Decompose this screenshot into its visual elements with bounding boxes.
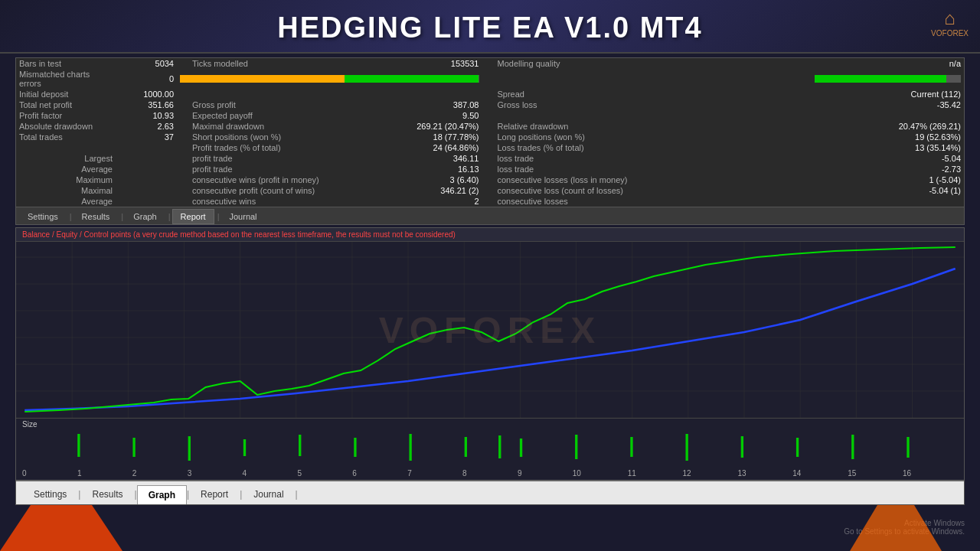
svg-rect-27: [299, 435, 301, 456]
page-title: HEDGING LITE EA V1.0 MT4: [277, 11, 702, 44]
table-row: Absolute drawdown 2.63 Maximal drawdown …: [16, 121, 964, 132]
x-label-12: 12: [683, 469, 738, 478]
table-row: Maximal consecutive profit (count of win…: [16, 185, 964, 196]
tab-journal[interactable]: Journal: [220, 209, 265, 224]
x-label-9: 9: [518, 469, 573, 478]
svg-rect-33: [575, 435, 577, 459]
x-label-15: 15: [848, 469, 903, 478]
svg-rect-34: [630, 437, 632, 457]
x-label-13: 13: [737, 469, 792, 478]
table-row: Average profit trade 16.13 loss trade -2…: [16, 164, 964, 174]
table-row: Total net profit 351.66 Gross profit 387…: [16, 99, 964, 110]
graph-svg: [16, 242, 964, 418]
balance-line: [24, 269, 955, 410]
x-label-3: 3: [188, 469, 243, 478]
svg-rect-29: [409, 434, 411, 461]
tab-settings[interactable]: Settings: [19, 209, 67, 224]
main-content: Bars in test 5034 Ticks modelled 153531 …: [0, 54, 980, 511]
x-axis: 0 1 2 3 4 5 6 7 8 9 10 11 12 13 14 15 16: [16, 469, 964, 480]
progress-row: Mismatched charts errors 0: [16, 69, 964, 89]
ticks-progress: [180, 75, 479, 83]
stats-table: Bars in test 5034 Ticks modelled 153531 …: [16, 58, 964, 207]
x-label-1: 1: [77, 469, 132, 478]
bottom-tabs-bar: Settings | Results | Graph | Report | Jo…: [16, 480, 964, 504]
graph-area: VOFOREX: [16, 242, 964, 418]
ticks-progress-green: [345, 75, 479, 83]
quality-progress: [815, 75, 961, 83]
x-label-6: 6: [352, 469, 407, 478]
x-label-16: 16: [903, 469, 958, 478]
size-label: Size: [22, 420, 958, 429]
x-label-10: 10: [573, 469, 628, 478]
svg-rect-24: [132, 438, 135, 457]
x-label-7: 7: [407, 469, 462, 478]
svg-rect-37: [796, 438, 799, 457]
graph-warning: Balance / Equity / Control points (a ver…: [16, 228, 964, 242]
bottom-tab-settings[interactable]: Settings: [22, 484, 78, 504]
x-label-0: 0: [22, 469, 77, 478]
svg-rect-25: [188, 436, 191, 461]
svg-rect-39: [906, 437, 909, 458]
svg-rect-35: [686, 434, 688, 461]
size-panel: Size: [16, 418, 964, 469]
svg-rect-26: [243, 439, 246, 456]
x-label-8: 8: [462, 469, 518, 478]
logo-icon: ⌂: [931, 8, 969, 29]
svg-rect-30: [465, 437, 467, 457]
bottom-tab-journal[interactable]: Journal: [242, 484, 295, 504]
x-label-2: 2: [132, 469, 188, 478]
tab-report[interactable]: Report: [172, 209, 214, 224]
bottom-tab-results[interactable]: Results: [80, 484, 134, 504]
tab-graph[interactable]: Graph: [125, 209, 165, 224]
x-label-4: 4: [243, 469, 298, 478]
table-row: Profit factor 10.93 Expected payoff 9.50: [16, 110, 964, 121]
svg-rect-38: [851, 435, 854, 459]
svg-rect-31: [498, 435, 501, 458]
table-row: Maximum consecutive wins (profit in mone…: [16, 174, 964, 185]
brand-name: VOFOREX: [931, 29, 969, 37]
svg-rect-23: [77, 434, 80, 457]
size-chart: [22, 430, 958, 465]
x-label-11: 11: [628, 469, 683, 478]
x-label-5: 5: [297, 469, 352, 478]
brand-logo: ⌂ VOFOREX: [931, 8, 969, 37]
x-label-14: 14: [792, 469, 848, 478]
svg-rect-28: [354, 438, 356, 457]
table-row: Bars in test 5034 Ticks modelled 153531 …: [16, 58, 964, 69]
stats-panel: Bars in test 5034 Ticks modelled 153531 …: [15, 57, 965, 225]
table-row: Largest profit trade 346.11 loss trade -…: [16, 153, 964, 164]
table-row: Total trades 37 Short positions (won %) …: [16, 132, 964, 142]
top-tabs-bar: Settings | Results | Graph | Report | Jo…: [16, 207, 964, 224]
svg-rect-36: [741, 436, 743, 458]
header: HEDGING LITE EA V1.0 MT4 ⌂ VOFOREX: [0, 0, 980, 54]
ticks-progress-fill: [180, 75, 345, 83]
table-row: Profit trades (% of total) 24 (64.86%) L…: [16, 142, 964, 153]
table-row: Average consecutive wins 2 consecutive l…: [16, 196, 964, 207]
graph-container: Balance / Equity / Control points (a ver…: [15, 227, 965, 505]
bottom-tab-report[interactable]: Report: [189, 484, 240, 504]
svg-rect-32: [520, 439, 522, 457]
bottom-tab-graph[interactable]: Graph: [137, 485, 187, 504]
table-row: Initial deposit 1000.00 Spread Current (…: [16, 89, 964, 99]
equity-line: [24, 247, 955, 412]
tab-results[interactable]: Results: [74, 209, 119, 224]
quality-progress-fill: [815, 75, 946, 83]
